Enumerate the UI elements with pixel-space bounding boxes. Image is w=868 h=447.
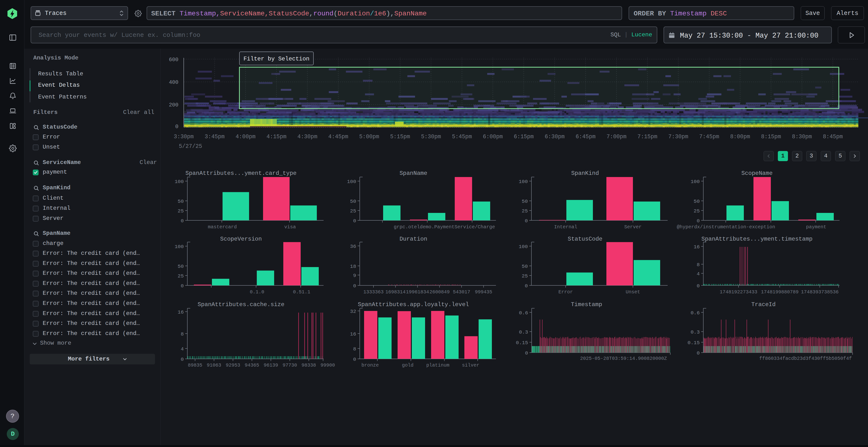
svg-text:99900: 99900 [320, 363, 335, 368]
svg-text:25: 25 [522, 208, 528, 214]
svg-text:999435: 999435 [475, 289, 492, 295]
svg-text:92953: 92953 [226, 363, 240, 368]
svg-text:100: 100 [175, 179, 184, 184]
svg-text:@hyperdx/instrumentation-excep: @hyperdx/instrumentation-exception [677, 224, 775, 230]
svg-text:SpanAttributes...yment.card_ty: SpanAttributes...yment.card_type [185, 170, 297, 176]
svg-text:96139: 96139 [264, 363, 278, 368]
svg-text:9: 9 [353, 273, 356, 278]
svg-text:bronze: bronze [362, 363, 379, 368]
svg-text:25: 25 [178, 208, 184, 214]
svg-text:gold: gold [402, 363, 413, 368]
svg-text:3:30pm: 3:30pm [174, 134, 194, 140]
svg-text:5/27/25: 5/27/25 [179, 143, 202, 149]
svg-text:visa: visa [284, 224, 296, 230]
svg-text:1748393738536: 1748393738536 [801, 289, 839, 295]
svg-text:6:15pm: 6:15pm [514, 134, 534, 140]
svg-text:100: 100 [347, 179, 356, 184]
svg-text:7:00pm: 7:00pm [607, 134, 626, 140]
svg-text:18: 18 [350, 264, 356, 269]
svg-text:7:45pm: 7:45pm [699, 134, 719, 140]
svg-text:100: 100 [175, 244, 184, 249]
svg-text:0: 0 [353, 218, 356, 224]
svg-text:0: 0 [525, 283, 528, 289]
svg-text:8:45pm: 8:45pm [823, 134, 843, 140]
svg-text:16: 16 [178, 309, 184, 315]
svg-text:2025-05-28T03:59:14.900820000Z: 2025-05-28T03:59:14.900820000Z [580, 356, 667, 361]
svg-text:SpanAttributes...yment.timesta: SpanAttributes...yment.timestamp [702, 236, 812, 242]
svg-text:0: 0 [353, 357, 356, 362]
svg-text:8:15pm: 8:15pm [761, 134, 781, 140]
svg-text:0.51.1: 0.51.1 [293, 289, 310, 295]
svg-text:ScopeVersion: ScopeVersion [220, 236, 262, 242]
svg-text:32: 32 [350, 309, 356, 314]
svg-text:7:15pm: 7:15pm [638, 134, 657, 140]
svg-text:91063: 91063 [207, 363, 221, 368]
svg-text:8: 8 [181, 332, 184, 337]
svg-text:0.3: 0.3 [519, 330, 528, 335]
svg-text:0: 0 [181, 357, 184, 362]
svg-text:100: 100 [519, 179, 528, 184]
svg-text:SpanName: SpanName [400, 170, 427, 176]
svg-text:4:15pm: 4:15pm [267, 134, 286, 140]
svg-text:Unset: Unset [626, 289, 640, 295]
svg-text:0.15: 0.15 [688, 340, 700, 346]
svg-text:1698314: 1698314 [385, 289, 406, 295]
svg-text:8:30pm: 8:30pm [792, 134, 812, 140]
svg-text:platinum: platinum [426, 363, 450, 368]
svg-text:0: 0 [525, 218, 528, 224]
svg-text:0: 0 [181, 283, 184, 289]
svg-text:8: 8 [696, 262, 700, 268]
svg-text:1748199880789: 1748199880789 [761, 289, 799, 295]
svg-text:ScopeName: ScopeName [741, 170, 773, 176]
svg-text:600: 600 [169, 57, 179, 63]
svg-text:0: 0 [175, 124, 179, 130]
svg-text:4:00pm: 4:00pm [236, 134, 255, 140]
svg-text:StatusCode: StatusCode [567, 236, 602, 242]
svg-text:50: 50 [694, 199, 700, 204]
svg-text:ff860334facdb23d3f430ff5b5050f: ff860334facdb23d3f430ff5b5050f4f [759, 356, 852, 361]
svg-text:1748192273433: 1748192273433 [720, 289, 757, 295]
svg-text:100: 100 [690, 179, 700, 184]
svg-text:SpanAttributes.cache.size: SpanAttributes.cache.size [197, 301, 284, 308]
svg-text:16: 16 [694, 244, 700, 250]
svg-text:silver: silver [462, 363, 479, 368]
svg-text:0.6: 0.6 [690, 310, 700, 316]
svg-text:1333363: 1333363 [363, 289, 383, 295]
svg-text:mastercard: mastercard [208, 224, 237, 230]
svg-text:Error: Error [558, 289, 573, 295]
svg-text:97730: 97730 [283, 363, 297, 368]
svg-text:25: 25 [350, 208, 356, 214]
svg-text:0: 0 [696, 283, 700, 289]
svg-text:25: 25 [178, 273, 184, 279]
svg-text:6:00pm: 6:00pm [483, 134, 503, 140]
svg-text:payment: payment [806, 224, 826, 230]
svg-text:98338: 98338 [302, 363, 316, 368]
svg-text:4:45pm: 4:45pm [329, 134, 348, 140]
svg-text:3:45pm: 3:45pm [205, 134, 225, 140]
svg-text:7:30pm: 7:30pm [669, 134, 688, 140]
svg-text:543017: 543017 [453, 289, 470, 295]
svg-text:5:45pm: 5:45pm [452, 134, 472, 140]
svg-text:19961834: 19961834 [406, 289, 429, 295]
svg-text:0.6: 0.6 [519, 310, 528, 316]
svg-text:Filter by Selection: Filter by Selection [244, 56, 310, 62]
svg-text:25: 25 [522, 273, 528, 279]
svg-text:8: 8 [353, 346, 356, 352]
svg-text:0.1.0: 0.1.0 [250, 289, 264, 295]
svg-text:TraceId: TraceId [751, 301, 776, 308]
svg-text:0: 0 [181, 218, 184, 224]
svg-text:0: 0 [525, 350, 528, 356]
svg-text:0: 0 [696, 218, 700, 224]
svg-text:50: 50 [522, 199, 528, 204]
svg-text:4:30pm: 4:30pm [297, 134, 317, 140]
svg-text:16: 16 [350, 332, 356, 337]
svg-text:4: 4 [181, 346, 184, 352]
svg-text:SpanKind: SpanKind [571, 170, 599, 176]
svg-text:2600849: 2600849 [429, 289, 450, 295]
svg-text:5:30pm: 5:30pm [421, 134, 441, 140]
svg-text:6:30pm: 6:30pm [545, 134, 565, 140]
svg-text:6:45pm: 6:45pm [576, 134, 595, 140]
svg-text:Timestamp: Timestamp [571, 301, 602, 308]
svg-text:8:00pm: 8:00pm [730, 134, 750, 140]
svg-text:Server: Server [624, 224, 642, 230]
